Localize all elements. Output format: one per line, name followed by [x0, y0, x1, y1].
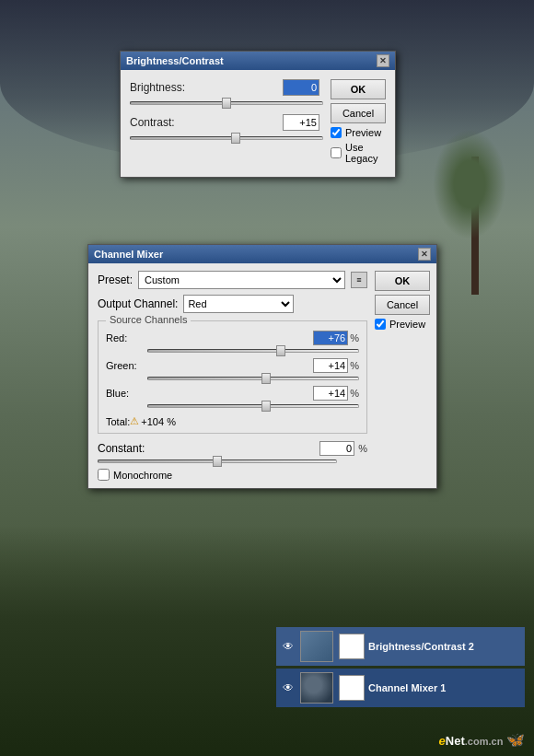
- constant-row: Constant: %: [98, 441, 367, 456]
- green-slider[interactable]: [147, 377, 359, 380]
- channel-mixer-preview-label: Preview: [389, 319, 425, 330]
- green-pct: %: [350, 360, 359, 371]
- green-slider-thumb[interactable]: [261, 373, 271, 384]
- contrast-label: Contrast:: [130, 116, 194, 129]
- monochrome-row: Monochrome: [98, 469, 367, 481]
- layer-name-channel-mixer: Channel Mixer 1: [368, 682, 521, 693]
- layer-name-brightness: Brightness/Contrast 2: [368, 641, 521, 652]
- channel-mixer-close[interactable]: ✕: [418, 248, 431, 261]
- channel-mixer-dialog: Channel Mixer ✕ Preset: Custom ≡ Output …: [87, 244, 437, 489]
- channel-mixer-preview-row: Preview: [375, 319, 425, 330]
- contrast-slider[interactable]: [130, 136, 323, 140]
- preset-label: Preset:: [98, 273, 133, 286]
- contrast-input[interactable]: [283, 114, 319, 131]
- warning-icon: ⚠: [130, 415, 139, 427]
- blue-channel-input[interactable]: [313, 386, 348, 401]
- watermark-butterfly: 🦋: [506, 732, 525, 748]
- brightness-contrast-dialog: Brightness/Contrast ✕ Brightness: Contra…: [120, 51, 396, 178]
- constant-input[interactable]: [319, 441, 354, 456]
- red-channel-row: Red: %: [106, 331, 359, 345]
- green-channel-label: Green:: [106, 360, 147, 371]
- red-channel-label: Red:: [106, 332, 147, 343]
- blue-pct: %: [350, 388, 359, 399]
- layer-item-channel-mixer[interactable]: 👁 Channel Mixer 1: [276, 669, 525, 707]
- output-channel-select[interactable]: Red Green Blue: [183, 295, 294, 313]
- brightness-preview-checkbox[interactable]: [331, 127, 342, 138]
- constant-slider-thumb[interactable]: [213, 456, 222, 467]
- monochrome-checkbox[interactable]: [98, 469, 110, 481]
- watermark-rest: .com.cn: [465, 736, 504, 747]
- constant-label: Constant:: [98, 442, 162, 455]
- monochrome-label: Monochrome: [113, 470, 172, 481]
- layer-item-brightness[interactable]: 👁 Brightness/Contrast 2: [276, 627, 525, 666]
- brightness-dialog-titlebar: Brightness/Contrast ✕: [121, 52, 395, 70]
- green-channel-input[interactable]: [313, 358, 348, 373]
- channel-mixer-cancel-button[interactable]: Cancel: [375, 295, 430, 315]
- layer-eye-channel-mixer[interactable]: 👁: [280, 680, 296, 696]
- channel-mixer-title: Channel Mixer: [94, 249, 163, 260]
- layer-eye-brightness[interactable]: 👁: [280, 638, 296, 655]
- brightness-thumb[interactable]: [222, 98, 231, 109]
- brightness-preview-row: Preview: [331, 127, 381, 138]
- constant-slider[interactable]: [98, 459, 337, 463]
- watermark-net: Net: [446, 734, 465, 748]
- channel-mixer-right-panel: OK Cancel Preview: [375, 271, 430, 481]
- layer-mask-channel-mixer: [339, 675, 365, 701]
- red-slider[interactable]: [147, 349, 359, 353]
- channel-mixer-preview-checkbox[interactable]: [375, 319, 386, 330]
- blue-channel-row: Blue: %: [106, 386, 359, 401]
- brightness-label: Brightness:: [130, 81, 194, 94]
- total-label: Total:: [106, 416, 130, 427]
- source-channels-group: Source Channels Red: % Green: %: [98, 320, 367, 434]
- constant-pct: %: [358, 443, 367, 454]
- contrast-thumb[interactable]: [231, 133, 240, 144]
- blue-slider[interactable]: [147, 404, 359, 408]
- brightness-dialog-title: Brightness/Contrast: [126, 55, 224, 66]
- brightness-slider[interactable]: [130, 101, 323, 105]
- preset-options-icon[interactable]: ≡: [351, 272, 367, 288]
- brightness-row: Brightness:: [130, 79, 323, 96]
- output-channel-row: Output Channel: Red Green Blue: [98, 295, 367, 313]
- brightness-input[interactable]: [283, 79, 319, 96]
- red-slider-thumb[interactable]: [276, 345, 285, 356]
- watermark: eNet.com.cn 🦋: [439, 731, 525, 749]
- layers-panel: 👁 Brightness/Contrast 2 👁 Channel Mixer …: [276, 627, 525, 710]
- source-channels-legend: Source Channels: [106, 314, 191, 325]
- brightness-cancel-button[interactable]: Cancel: [331, 103, 386, 123]
- blue-slider-thumb[interactable]: [261, 401, 271, 412]
- use-legacy-checkbox[interactable]: [331, 147, 342, 158]
- use-legacy-label: Use Legacy: [345, 142, 386, 164]
- preset-select[interactable]: Custom: [138, 271, 345, 289]
- red-pct: %: [350, 332, 359, 343]
- brightness-ok-button[interactable]: OK: [331, 79, 386, 99]
- use-legacy-row: Use Legacy: [331, 142, 386, 164]
- total-row: Total: ⚠ +104 %: [106, 413, 359, 427]
- layer-thumb-brightness: [300, 631, 333, 662]
- output-channel-label: Output Channel:: [98, 297, 178, 310]
- preset-row: Preset: Custom ≡: [98, 271, 367, 289]
- total-value: +104 %: [141, 416, 176, 427]
- channel-mixer-ok-button[interactable]: OK: [375, 271, 430, 291]
- contrast-row: Contrast:: [130, 114, 323, 131]
- brightness-dialog-close[interactable]: ✕: [377, 54, 389, 67]
- brightness-right-panel: OK Cancel Preview Use Legacy: [331, 79, 386, 168]
- blue-channel-label: Blue:: [106, 388, 147, 399]
- red-channel-input[interactable]: [313, 331, 348, 345]
- layer-thumb-channel-mixer: [300, 672, 333, 704]
- channel-mixer-titlebar: Channel Mixer ✕: [88, 245, 436, 263]
- watermark-e: e: [439, 734, 446, 748]
- layer-mask-brightness: [339, 634, 365, 659]
- brightness-preview-label: Preview: [345, 127, 381, 138]
- green-channel-row: Green: %: [106, 358, 359, 373]
